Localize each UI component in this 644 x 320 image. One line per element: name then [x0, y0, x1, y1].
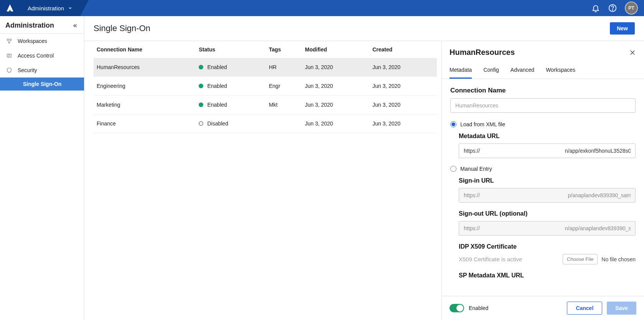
table-cell: HR [266, 58, 302, 77]
radio-manual-entry[interactable]: Manual Entry [450, 166, 636, 172]
topbar: Administration PT [0, 0, 644, 16]
table-row[interactable]: HumanResourcesEnabledHRJun 3, 2020Jun 3,… [94, 58, 437, 77]
sidebar: Administration WorkspacesAccess ControlS… [0, 16, 84, 320]
idp-cert-label: IDP X509 Certificate [459, 243, 636, 250]
metadata-url-input[interactable] [459, 144, 636, 158]
detail-footer: Enabled Cancel Save [442, 296, 644, 320]
main-content: Single Sign-On New Connection NameStatus… [84, 16, 644, 320]
radio-load-xml-label: Load from XML file [460, 121, 505, 127]
table-cell: Jun 3, 2020 [369, 77, 437, 96]
status-dot-icon [199, 121, 203, 126]
column-header[interactable]: Modified [302, 41, 369, 58]
table-cell: Jun 3, 2020 [302, 77, 369, 96]
tab-workspaces[interactable]: Workspaces [546, 62, 575, 79]
notifications-icon[interactable] [591, 3, 600, 13]
avatar-initials: PT [628, 5, 634, 11]
status-text: Disabled [207, 120, 228, 127]
connection-name-label: Connection Name [450, 87, 636, 94]
column-header[interactable]: Created [369, 41, 437, 58]
status-text: Enabled [207, 64, 227, 70]
status-text: Enabled [207, 83, 227, 89]
page-title: Single Sign-On [94, 23, 150, 33]
sidebar-item-security[interactable]: Security [0, 63, 84, 78]
connections-table: Connection NameStatusTagsModifiedCreated… [94, 41, 437, 133]
table-row[interactable]: EngineeringEnabledEngrJun 3, 2020Jun 3, … [94, 77, 437, 96]
radio-load-xml[interactable]: Load from XML file [450, 121, 636, 127]
sidebar-item-access-control[interactable]: Access Control [0, 48, 84, 63]
signout-url-input[interactable] [459, 221, 636, 236]
table-cell: Finance [94, 114, 196, 133]
enabled-toggle[interactable] [450, 304, 464, 312]
status-dot-icon [199, 84, 203, 88]
table-cell: Enabled [196, 58, 266, 77]
svg-point-3 [10, 39, 11, 41]
metadata-url-label: Metadata URL [459, 133, 636, 140]
column-header[interactable]: Tags [266, 41, 302, 58]
signin-url-label: Sign-in URL [459, 177, 636, 184]
table-cell: Enabled [196, 96, 266, 114]
choose-file-button[interactable]: Choose File [563, 254, 598, 264]
no-file-chosen-label: No file chosen [601, 256, 636, 262]
signin-url-input[interactable] [459, 188, 636, 203]
svg-rect-5 [7, 54, 12, 57]
idp-cert-status: X509 Certificate is active [459, 256, 559, 262]
sidebar-item-workspaces[interactable]: Workspaces [0, 34, 84, 48]
chevron-down-icon [68, 5, 72, 12]
detail-body: Connection Name Load from XML file Metad… [442, 79, 644, 296]
table-row[interactable]: FinanceDisabledJun 3, 2020Jun 3, 2020 [94, 114, 437, 133]
sidebar-title: Administration [5, 21, 54, 30]
radio-load-xml-input[interactable] [450, 121, 456, 127]
workspaces-icon [5, 37, 13, 45]
app-switcher-label: Administration [28, 5, 64, 12]
column-header[interactable]: Status [196, 41, 266, 58]
detail-title: HumanResources [450, 48, 515, 57]
table-cell: Engineering [94, 77, 196, 96]
detail-tabs: MetadataConfigAdvancedWorkspaces [442, 62, 644, 79]
app-switcher[interactable]: Administration [20, 0, 80, 16]
table-cell: HumanResources [94, 58, 196, 77]
access-control-icon [5, 52, 13, 59]
sidebar-collapse-button[interactable] [71, 22, 79, 30]
svg-point-1 [612, 10, 613, 10]
table-row[interactable]: MarketingEnabledMktJun 3, 2020Jun 3, 202… [94, 96, 437, 114]
save-button[interactable]: Save [607, 302, 636, 315]
signout-url-label: Sign-out URL (optional) [459, 210, 636, 217]
table-cell: Disabled [196, 114, 266, 133]
sidebar-item-single-sign-on[interactable]: Single Sign-On [0, 78, 84, 91]
status-dot-icon [199, 102, 203, 107]
sidebar-item-label: Workspaces [18, 38, 47, 44]
radio-manual-label: Manual Entry [460, 166, 492, 172]
radio-manual-input[interactable] [450, 166, 456, 172]
sidebar-item-label: Security [18, 67, 37, 73]
table-cell: Jun 3, 2020 [369, 114, 437, 133]
column-header[interactable]: Connection Name [94, 41, 196, 58]
connection-name-input[interactable] [450, 98, 636, 113]
tab-metadata[interactable]: Metadata [450, 62, 472, 79]
tab-config[interactable]: Config [483, 62, 499, 79]
cancel-button[interactable]: Cancel [567, 302, 602, 315]
status-dot-icon [199, 65, 203, 69]
shield-icon [5, 66, 13, 74]
sidebar-item-label: Access Control [18, 53, 54, 59]
help-icon[interactable] [608, 3, 617, 13]
new-button[interactable]: New [610, 22, 635, 35]
sp-metadata-label: SP Metadata XML URL [459, 272, 636, 279]
enabled-toggle-label: Enabled [469, 305, 488, 311]
table-cell: Mkt [266, 96, 302, 114]
table-cell: Jun 3, 2020 [369, 58, 437, 77]
close-icon[interactable] [629, 49, 636, 56]
svg-point-4 [8, 41, 10, 43]
status-text: Enabled [207, 102, 227, 108]
detail-panel: HumanResources MetadataConfigAdvancedWor… [441, 41, 644, 320]
table-cell [266, 114, 302, 133]
table-cell: Enabled [196, 77, 266, 96]
tab-advanced[interactable]: Advanced [511, 62, 534, 79]
user-avatar[interactable]: PT [625, 2, 638, 15]
svg-point-2 [7, 39, 9, 41]
app-logo[interactable] [0, 0, 20, 16]
table-cell: Engr [266, 77, 302, 96]
table-cell: Marketing [94, 96, 196, 114]
table-cell: Jun 3, 2020 [302, 96, 369, 114]
connections-table-wrap: Connection NameStatusTagsModifiedCreated… [84, 41, 441, 320]
table-cell: Jun 3, 2020 [302, 114, 369, 133]
